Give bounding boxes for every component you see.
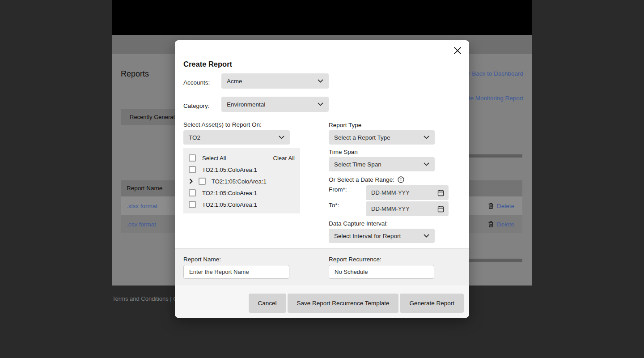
asset-group-select[interactable]: TO2	[183, 130, 290, 145]
select-all-label: Select All	[202, 155, 226, 162]
delete-label: Delete	[497, 221, 514, 228]
from-date-label: From*:	[329, 186, 347, 193]
asset-group-value: TO2	[189, 134, 275, 141]
to-date-label: To*:	[329, 202, 339, 209]
chevron-right-icon[interactable]	[189, 179, 193, 184]
calendar-icon[interactable]	[437, 205, 444, 213]
report-name-input[interactable]	[183, 265, 289, 279]
chevron-down-icon	[424, 234, 429, 238]
asset-checkbox[interactable]	[189, 189, 196, 196]
chevron-down-icon	[424, 162, 429, 166]
modal-footer: Cancel Save Report Recurrence Template G…	[175, 286, 469, 318]
info-icon[interactable]	[398, 176, 404, 183]
select-assets-label: Select Asset(s) to Report On:	[183, 121, 262, 128]
to-date-field	[366, 201, 449, 216]
report-recurrence-label: Report Recurrence:	[329, 256, 381, 263]
from-date-input[interactable]	[371, 189, 435, 196]
calendar-icon[interactable]	[437, 189, 444, 196]
delete-button[interactable]: Delete	[488, 203, 514, 209]
asset-checkbox[interactable]	[189, 201, 196, 208]
monitoring-report-link[interactable]: te Monitoring Report	[469, 95, 523, 102]
close-icon[interactable]	[452, 45, 463, 56]
cancel-button[interactable]: Cancel	[249, 294, 286, 313]
delete-button[interactable]: Delete	[488, 221, 514, 228]
time-span-select[interactable]: Select Time Span	[329, 157, 435, 171]
asset-list: Select All Clear All TO2:1:05:ColoArea:1…	[183, 148, 300, 213]
capture-interval-value: Select Interval for Report	[334, 233, 420, 239]
report-file-link[interactable]: .xlsx format	[127, 203, 157, 209]
asset-list-item: TO2:1:05:ColoArea:1	[189, 187, 295, 199]
select-all-checkbox[interactable]	[189, 154, 196, 162]
category-value: Environmental	[227, 101, 314, 108]
page-title: Reports	[121, 69, 149, 79]
time-span-value: Select Time Span	[334, 161, 420, 168]
category-select[interactable]: Environmental	[221, 97, 329, 112]
clear-all-link[interactable]: Clear All	[273, 155, 295, 162]
report-recurrence-input[interactable]	[329, 265, 434, 279]
accounts-select[interactable]: Acme	[221, 73, 329, 89]
data-capture-interval-label: Data Capture Interval:	[329, 220, 388, 227]
modal-button-row: Cancel Save Report Recurrence Template G…	[249, 294, 464, 313]
back-to-dashboard-link[interactable]: < Back to Dashboard	[467, 70, 523, 77]
modal-title: Create Report	[183, 60, 232, 68]
report-type-select[interactable]: Select a Report Type	[329, 130, 435, 145]
delete-label: Delete	[497, 203, 514, 209]
report-type-value: Select a Report Type	[334, 134, 420, 141]
asset-checkbox[interactable]	[199, 178, 206, 185]
create-report-modal: Create Report Accounts: Acme Category: E…	[175, 40, 469, 318]
to-date-input[interactable]	[371, 205, 435, 212]
asset-list-item-expandable: TO2:1:05:ColoArea:1	[189, 175, 295, 187]
report-type-label: Report Type	[329, 122, 361, 128]
select-all-row: Select All Clear All	[189, 152, 295, 164]
report-file-link[interactable]: .csv format	[127, 221, 156, 228]
date-range-label-text: Or Select a Date Range:	[329, 176, 394, 183]
capture-interval-select[interactable]: Select Interval for Report	[329, 229, 435, 243]
chevron-down-icon	[424, 136, 429, 139]
trash-icon	[488, 203, 494, 209]
asset-list-item: TO2:1:05:ColoArea:1	[189, 199, 295, 210]
chevron-down-icon	[318, 79, 323, 83]
terms-and-conditions-link[interactable]: Terms and Conditions | Co	[112, 295, 181, 302]
chevron-down-icon	[318, 102, 323, 106]
time-span-label: Time Span	[329, 149, 358, 155]
asset-label: TO2:1:05:ColoArea:1	[202, 190, 257, 196]
accounts-label: Accounts:	[183, 79, 210, 86]
asset-list-item: TO2:1:05:ColoArea:1	[189, 164, 295, 175]
date-range-label: Or Select a Date Range:	[329, 176, 404, 183]
top-nav-bar	[112, 0, 532, 35]
trash-icon	[488, 221, 494, 228]
asset-label: TO2:1:05:ColoArea:1	[212, 178, 267, 185]
category-label: Category:	[183, 102, 210, 109]
save-report-recurrence-template-button[interactable]: Save Report Recurrence Template	[288, 294, 399, 313]
generate-report-button[interactable]: Generate Report	[400, 294, 464, 313]
accounts-value: Acme	[227, 78, 314, 85]
from-date-field	[366, 185, 449, 200]
asset-checkbox[interactable]	[189, 166, 196, 173]
chevron-down-icon	[279, 136, 284, 139]
report-name-label: Report Name:	[183, 256, 221, 263]
asset-label: TO2:1:05:ColoArea:1	[202, 166, 257, 173]
report-name-section: Report Name: Report Recurrence:	[175, 248, 469, 286]
asset-label: TO2:1:05:ColoArea:1	[202, 201, 257, 208]
